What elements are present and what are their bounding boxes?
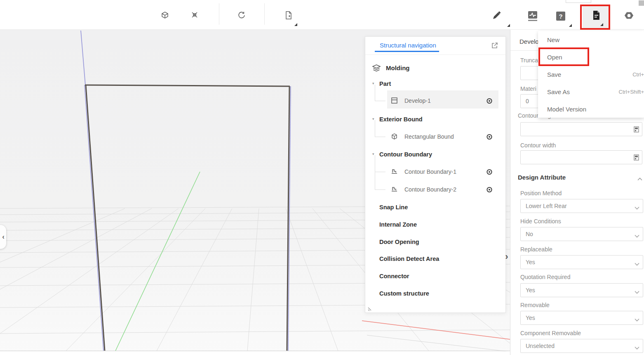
- tree-group-part[interactable]: ▾ Part: [365, 78, 506, 90]
- toolbar-separator: [264, 3, 265, 25]
- layers-icon: [372, 64, 381, 73]
- tree-item-contour-boundary-2[interactable]: Contour Boundary-2: [365, 183, 506, 196]
- chevron-down-icon: [635, 232, 639, 239]
- activity-monitor-icon[interactable]: [528, 11, 538, 21]
- contour-profile-icon: [391, 186, 398, 194]
- chevron-left-icon: ‹: [2, 233, 5, 241]
- tree-label: Contour Boundary: [379, 151, 432, 158]
- select-value: Yes: [526, 287, 535, 293]
- tree-item-contour-boundary-1[interactable]: Contour Boundary-1: [365, 166, 506, 178]
- dropdown-caret-icon: [294, 23, 297, 26]
- tree-label: Snap Line: [379, 204, 408, 211]
- field-label-truncation: Trunca: [520, 57, 538, 64]
- menu-item-model-version[interactable]: Model Version: [538, 100, 644, 118]
- chevron-up-icon[interactable]: [637, 175, 642, 182]
- tree-group-snap-line[interactable]: Snap Line: [365, 201, 506, 213]
- tree-label: Molding: [386, 64, 409, 71]
- part-icon: [391, 97, 398, 106]
- popup-top-artifact: [566, 0, 591, 3]
- visibility-eye-icon[interactable]: [486, 169, 493, 177]
- chevron-right-icon: ›: [505, 251, 508, 262]
- select-value: Yes: [526, 315, 535, 321]
- tab-structural-navigation[interactable]: Structural navigation: [380, 42, 436, 49]
- bottom-strip: [0, 351, 510, 355]
- menu-item-open[interactable]: Open: [538, 48, 644, 66]
- tree-group-door-opening[interactable]: Door Opening: [365, 236, 506, 248]
- file-document-icon[interactable]: [591, 10, 601, 20]
- popout-panel-icon[interactable]: [491, 42, 498, 51]
- select-value: No: [526, 231, 533, 237]
- component-removable-select[interactable]: Unselected: [520, 339, 643, 353]
- collapse-left-panel-button[interactable]: ‹: [0, 225, 6, 249]
- select-value: Unselected: [526, 343, 555, 349]
- dropdown-caret-icon: [600, 23, 603, 26]
- select-value: Lower Left Rear: [526, 203, 567, 209]
- active-tab-underline: [375, 51, 439, 52]
- tree-label: Contour Boundary-2: [404, 186, 456, 193]
- tree-group-contour-boundary[interactable]: ▾ Contour Boundary: [365, 148, 506, 161]
- tree-label: Rectangular Bound: [404, 133, 454, 140]
- tree-label: Custom structure: [379, 290, 429, 297]
- chevron-down-icon: [635, 289, 639, 295]
- tree-group-collision-detect-area[interactable]: Collision Detect Area: [365, 253, 506, 265]
- pattern-icon[interactable]: [190, 10, 200, 20]
- top-toolbar: ?: [0, 0, 644, 30]
- collapse-triangle-icon[interactable]: ▾: [372, 152, 374, 156]
- tree-group-connector[interactable]: Connector: [365, 270, 506, 282]
- contour-width-input[interactable]: [520, 150, 642, 164]
- panel-resize-handle[interactable]: [368, 306, 374, 313]
- contour-profile-icon: [391, 168, 398, 177]
- tree-label: Internal Zone: [379, 221, 417, 228]
- rotate-icon[interactable]: [237, 10, 247, 20]
- tree-group-internal-zone[interactable]: Internal Zone: [365, 218, 506, 231]
- menu-item-label: Model Version: [547, 106, 586, 113]
- hide-conditions-select[interactable]: No: [520, 227, 643, 241]
- position-method-select[interactable]: Lower Left Rear: [520, 199, 643, 213]
- menu-item-new[interactable]: New: [538, 31, 644, 48]
- tree-root-molding[interactable]: Molding: [365, 62, 506, 74]
- removable-select[interactable]: Yes: [520, 311, 643, 325]
- tree-label: Collision Detect Area: [379, 256, 439, 262]
- window-corner-artifact: [639, 0, 644, 6]
- visibility-eye-icon[interactable]: [486, 187, 493, 194]
- menu-item-label: Save: [547, 71, 561, 78]
- edit-pencil-icon[interactable]: [491, 11, 501, 21]
- tree-label: Contour Boundary-1: [404, 168, 456, 175]
- visibility-eye-icon[interactable]: [486, 98, 493, 106]
- chevron-down-icon: [635, 344, 639, 351]
- field-label-replaceable: Replaceable: [520, 246, 552, 253]
- tree-label: Door Opening: [379, 239, 419, 245]
- field-label-hide-conditions: Hide Conditions: [520, 218, 561, 225]
- file-menu-popup: New Open Save Ctrl+ Save As Ctrl+Shift+ …: [538, 31, 644, 118]
- menu-shortcut: Ctrl+Shift+: [619, 89, 644, 95]
- contour-height-input[interactable]: [520, 122, 642, 136]
- formula-calc-icon[interactable]: [634, 154, 639, 162]
- section-header-design-attribute: Design Attribute: [518, 174, 566, 181]
- select-value: Yes: [526, 259, 535, 265]
- collapse-triangle-icon[interactable]: ▾: [372, 117, 374, 121]
- tree-group-custom-structure[interactable]: Custom structure: [365, 287, 506, 300]
- menu-item-save[interactable]: Save Ctrl+: [538, 66, 644, 83]
- dropdown-caret-icon: [507, 24, 510, 27]
- quotation-required-select[interactable]: Yes: [520, 283, 643, 297]
- document-add-icon[interactable]: [284, 10, 294, 20]
- tree-item-rectangular-bound[interactable]: Rectangular Bound: [365, 130, 506, 143]
- tree-item-develop-1[interactable]: Develop-1: [365, 95, 506, 107]
- formula-calc-icon[interactable]: [634, 126, 639, 134]
- collapse-triangle-icon[interactable]: ▾: [372, 81, 374, 85]
- field-label-contour-width: Contour width: [520, 142, 556, 149]
- settings-nut-icon[interactable]: [624, 11, 634, 21]
- field-label-quotation-required: Quotation Required: [520, 274, 570, 280]
- box-icon[interactable]: [160, 10, 170, 20]
- input-value: 0: [526, 98, 529, 104]
- replaceable-select[interactable]: Yes: [520, 255, 643, 269]
- help-icon[interactable]: ?: [556, 11, 566, 21]
- visibility-eye-icon[interactable]: [486, 134, 493, 142]
- chevron-down-icon: [635, 260, 639, 267]
- tree-label: Connector: [379, 273, 409, 279]
- menu-item-save-as[interactable]: Save As Ctrl+Shift+: [538, 83, 644, 100]
- expand-right-panel-button[interactable]: ›: [502, 249, 511, 264]
- field-label-removable: Removable: [520, 302, 550, 308]
- tree-group-exterior-bound[interactable]: ▾ Exterior Bound: [365, 113, 506, 125]
- tree-label: Develop-1: [404, 97, 431, 104]
